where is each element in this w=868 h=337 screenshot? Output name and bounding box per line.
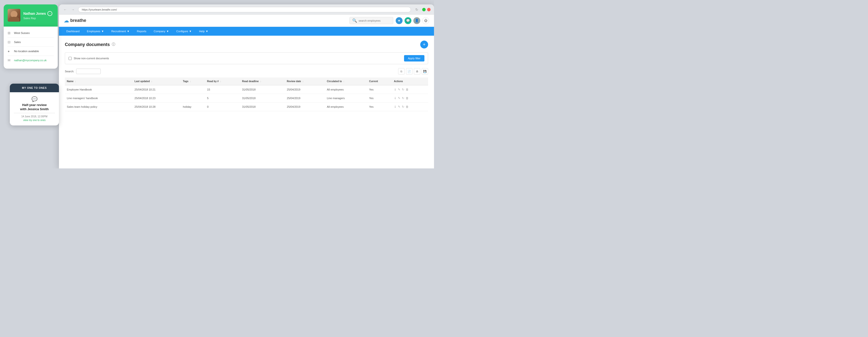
configure-dropdown-icon: ▼ <box>189 30 192 33</box>
add-document-button[interactable]: + <box>420 40 428 49</box>
main-content: Company documents ⓘ + Show non-current d… <box>59 36 434 168</box>
nav-reports[interactable]: Reports <box>133 27 150 36</box>
table-row: Employee Handbook 25/04/2018 10:21 15 31… <box>65 85 428 94</box>
team-icon: ⊟ <box>8 40 11 44</box>
documents-table: Name ↕ Last updated ↕ Tags ↕ Read by # ↕ <box>65 78 428 111</box>
table-row: Line managers' handbook 25/04/2018 10:23… <box>65 94 428 103</box>
close-button[interactable] <box>427 8 431 11</box>
delete-action-icon[interactable]: 🗑 <box>406 105 409 109</box>
cell-review-date: 25/04/2019 <box>285 94 325 103</box>
export-button[interactable]: 💾 <box>422 68 428 75</box>
filter-checkbox-area: Show non-current documents <box>68 57 109 60</box>
col-read-by[interactable]: Read by # ↕ <box>205 78 240 85</box>
forward-button[interactable]: → <box>70 7 76 12</box>
delete-action-icon[interactable]: 🗑 <box>406 96 409 100</box>
sort-readby-icon: ↕ <box>220 80 221 83</box>
nav-dashboard[interactable]: Dashboard <box>63 27 83 36</box>
team-row: ⊟ Sales <box>8 38 54 47</box>
copy-button[interactable]: ⧉ <box>398 68 405 75</box>
power-icon-button[interactable]: ⏻ <box>422 17 429 24</box>
refresh-action-icon[interactable]: ↻ <box>402 88 404 91</box>
delete-action-icon[interactable]: 🗑 <box>406 88 409 91</box>
filter-bar: Show non-current documents Apply filter <box>65 52 428 64</box>
download-button[interactable]: 📄 <box>406 68 412 75</box>
email-row: ✉ nathan@mycompany.co.uk <box>8 56 54 65</box>
address-bar: https://yourteam.breathr.com/ <box>78 7 411 12</box>
search-icon: 🔍 <box>352 18 357 23</box>
apply-filter-button[interactable]: Apply filter <box>404 55 425 61</box>
page-title: Company documents ⓘ <box>65 42 115 47</box>
cell-actions: ⇓ ✎ ↻ 🗑 <box>392 85 428 94</box>
employees-dropdown-icon: ▼ <box>101 30 104 33</box>
sort-updated-icon: ↕ <box>151 80 153 83</box>
sort-review-icon: ↕ <box>302 80 304 83</box>
nav-help[interactable]: Help ▼ <box>195 27 212 36</box>
col-current: Current <box>367 78 392 85</box>
cell-name: Employee Handbook <box>65 85 133 94</box>
maximize-button[interactable] <box>422 8 426 11</box>
filter-label: Show non-current documents <box>74 57 109 60</box>
company-dropdown-icon: ▼ <box>166 30 169 33</box>
profile-arrow-icon[interactable]: → <box>48 11 52 16</box>
one-to-ones-body: 💬 Half-year review with Jessica Smith 14… <box>10 92 59 125</box>
location-row: ● No location available <box>8 47 54 56</box>
col-circulated[interactable]: Circulated to ↕ <box>325 78 367 85</box>
cell-read-deadline: 31/05/2018 <box>240 94 285 103</box>
refresh-action-icon[interactable]: ↻ <box>402 105 404 109</box>
edit-action-icon[interactable]: ✎ <box>398 88 400 91</box>
cloud-icon: ☁ <box>64 18 69 24</box>
sort-name-icon: ↕ <box>75 80 76 83</box>
cell-circulated-to: All employees <box>325 85 367 94</box>
one-to-ones-header: MY ONE TO ONES <box>10 84 59 92</box>
cell-review-date: 25/04/2019 <box>285 103 325 111</box>
cell-last-updated: 25/04/2018 10:28 <box>133 103 181 111</box>
app-header: ☁ breathe 🔍 ★ 💬 👤 ⏻ <box>59 15 434 27</box>
edit-action-icon[interactable]: ✎ <box>398 96 400 100</box>
sort-tags-icon: ↕ <box>190 80 191 83</box>
cell-current: Yes <box>367 103 392 111</box>
search-bar: 🔍 <box>349 17 393 24</box>
table-search-input[interactable] <box>76 68 101 74</box>
cell-read-deadline: 31/05/2018 <box>240 85 285 94</box>
col-name[interactable]: Name ↕ <box>65 78 133 85</box>
col-last-updated[interactable]: Last updated ↕ <box>133 78 181 85</box>
help-circle-icon[interactable]: ⓘ <box>112 42 115 47</box>
back-button[interactable]: ← <box>62 7 68 12</box>
download-action-icon[interactable]: ⇓ <box>394 105 396 109</box>
page-header: Company documents ⓘ + <box>65 40 428 49</box>
col-review-date[interactable]: Review date ↕ <box>285 78 325 85</box>
chat-icon-button[interactable]: 💬 <box>405 17 411 24</box>
reload-button[interactable]: ↻ <box>415 8 418 11</box>
download-action-icon[interactable]: ⇓ <box>394 88 396 91</box>
cell-actions: ⇓ ✎ ↻ 🗑 <box>392 94 428 103</box>
col-read-deadline[interactable]: Read deadline ↕ <box>240 78 285 85</box>
col-actions: Actions <box>392 78 428 85</box>
header-right: 🔍 ★ 💬 👤 ⏻ <box>349 17 429 24</box>
cell-tags <box>181 94 205 103</box>
cell-current: Yes <box>367 94 392 103</box>
review-title: Half-year review with Jessica Smith <box>14 103 55 111</box>
search-input[interactable] <box>359 19 391 22</box>
review-icon: 💬 <box>14 96 55 102</box>
col-tags[interactable]: Tags ↕ <box>181 78 205 85</box>
download-action-icon[interactable]: ⇓ <box>394 96 396 100</box>
print-button[interactable]: 🖶 <box>414 68 420 75</box>
edit-action-icon[interactable]: ✎ <box>398 105 400 109</box>
cell-actions: ⇓ ✎ ↻ 🗑 <box>392 103 428 111</box>
star-icon-button[interactable]: ★ <box>396 17 403 24</box>
view-one-to-ones-link[interactable]: view my one to ones <box>14 119 55 121</box>
cell-read-by: 15 <box>205 85 240 94</box>
user-icon-button[interactable]: 👤 <box>413 17 420 24</box>
cell-circulated-to: All employees <box>325 103 367 111</box>
nav-company[interactable]: Company ▼ <box>150 27 173 36</box>
nav-configure[interactable]: Configure ▼ <box>173 27 195 36</box>
non-current-checkbox[interactable] <box>68 57 72 60</box>
profile-panel: Nathan Jones → Sales Rep ⊞ West Sussex ⊟… <box>4 4 58 68</box>
refresh-action-icon[interactable]: ↻ <box>402 96 404 100</box>
nav-employees[interactable]: Employees ▼ <box>84 27 107 36</box>
nav-recruitment[interactable]: Recruitment ▼ <box>108 27 133 36</box>
review-date: 14 June 2018, 12:00PM <box>14 115 55 118</box>
sort-deadline-icon: ↕ <box>260 80 261 83</box>
profile-header: Nathan Jones → Sales Rep <box>4 4 58 27</box>
recruitment-dropdown-icon: ▼ <box>127 30 129 33</box>
